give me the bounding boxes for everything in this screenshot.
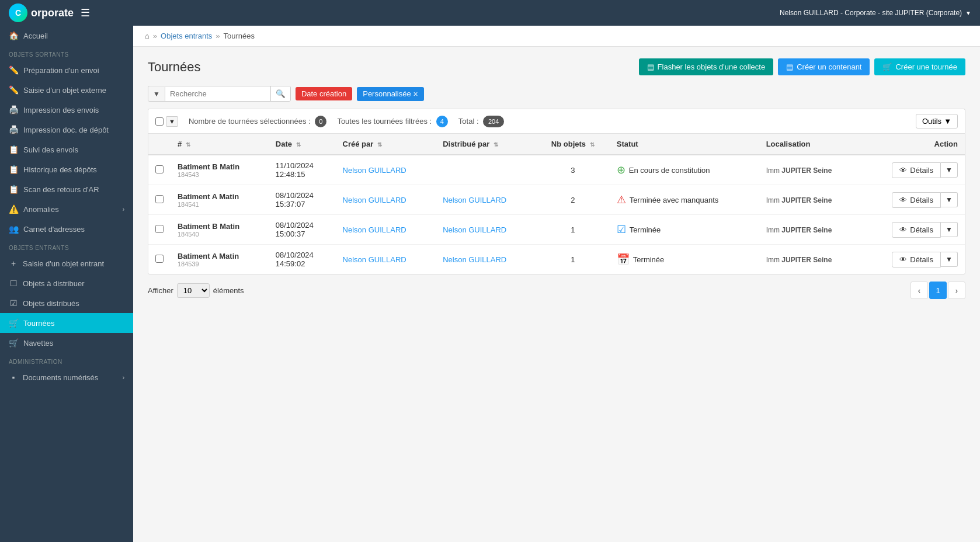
col-date[interactable]: Date ⇅	[269, 134, 336, 155]
prev-page-button[interactable]: ‹	[911, 282, 928, 299]
next-page-button[interactable]: ›	[948, 282, 965, 299]
status-red-warning-icon: ⚠	[617, 193, 626, 206]
row-cree-par-link[interactable]: Nelson GUILLARD	[343, 255, 406, 264]
row-action-wrapper: 👁 Détails ▼	[869, 252, 958, 267]
row-distribue-par-link[interactable]: Nelson GUILLARD	[443, 225, 506, 234]
row-cree-par-link[interactable]: Nelson GUILLARD	[343, 225, 406, 234]
row-distribue-par-link[interactable]: Nelson GUILLARD	[443, 255, 506, 264]
row-id-cell: Batiment B Matin 184543	[171, 155, 269, 185]
sidebar-item-label-imp-envois: Impression des envois	[23, 106, 99, 114]
row-action-wrapper: 👁 Détails ▼	[869, 222, 958, 238]
row-statut-cell: ☑ Terminée	[610, 215, 759, 245]
breadcrumb-objets-entrants[interactable]: Objets entrants	[161, 32, 212, 40]
content-area: ⌂ » Objets entrants » Tournées Tournées …	[133, 26, 980, 542]
sort-date-icon: ⇅	[296, 141, 301, 148]
sidebar-item-carnet[interactable]: 👥 Carnet d'adresses	[0, 219, 133, 239]
user-dropdown-icon[interactable]: ▼	[965, 10, 971, 16]
cart-icon-2: 🛒	[9, 338, 19, 348]
creer-contenant-button[interactable]: ▤ Créer un contenant	[778, 58, 870, 75]
page-1-button[interactable]: 1	[929, 282, 947, 299]
col-checkbox	[148, 134, 171, 155]
flasher-icon: ▤	[647, 62, 654, 71]
sidebar-item-navettes[interactable]: 🛒 Navettes	[0, 333, 133, 353]
hamburger-icon[interactable]: ☰	[81, 6, 90, 19]
search-prefix-button[interactable]: ▼	[148, 87, 165, 101]
row-date-cell: 08/10/2024 14:59:02	[269, 245, 336, 275]
filter-tag-date-creation[interactable]: Date création	[296, 87, 352, 100]
details-button[interactable]: 👁 Détails	[892, 192, 941, 208]
col-distribue-par[interactable]: Distribué par ⇅	[436, 134, 536, 155]
sidebar-item-saisie-externe[interactable]: ✏️ Saisie d'un objet externe	[0, 80, 133, 100]
row-checkbox[interactable]	[155, 255, 164, 263]
row-date-cell: 08/10/2024 15:00:37	[269, 215, 336, 245]
col-cree-par[interactable]: Créé par ⇅	[336, 134, 436, 155]
row-checkbox[interactable]	[155, 195, 164, 203]
filtered-count-badge: 4	[436, 116, 448, 127]
logo[interactable]: C orporate	[9, 4, 74, 22]
sidebar-item-label-carnet: Carnet d'adresses	[23, 225, 85, 234]
row-cree-par-link[interactable]: Nelson GUILLARD	[343, 166, 406, 175]
row-date-cell: 08/10/2024 15:37:07	[269, 185, 336, 215]
sidebar-item-objets-distribues[interactable]: ☑ Objets distribués	[0, 293, 133, 313]
details-dropdown-button[interactable]: ▼	[941, 162, 958, 178]
sidebar-item-tournees[interactable]: 🛒 Tournées	[0, 313, 133, 333]
row-date: 08/10/2024	[276, 251, 329, 259]
grid-icon: ▪️	[9, 373, 18, 382]
row-localisation-cell: Imm JUPITER Seine	[759, 215, 862, 245]
sidebar-item-anomalies[interactable]: ⚠️ Anomalies ›	[0, 199, 133, 219]
details-label: Détails	[910, 225, 933, 234]
row-checkbox[interactable]	[155, 165, 164, 173]
sidebar-item-scan[interactable]: 📋 Scan des retours d'AR	[0, 179, 133, 199]
row-checkbox[interactable]	[155, 225, 164, 233]
outils-caret-icon: ▼	[944, 117, 951, 126]
sidebar-item-accueil[interactable]: 🏠 Accueil	[0, 26, 133, 46]
sidebar-item-impression-doc[interactable]: 🖨️ Impression doc. de dépôt	[0, 120, 133, 140]
elements-label: éléments	[213, 286, 244, 295]
sidebar-item-label-histo: Historique des dépôts	[23, 165, 97, 174]
sort-distribue-icon: ⇅	[494, 141, 498, 148]
row-distribue-par-link[interactable]: Nelson GUILLARD	[443, 196, 506, 204]
selection-bar: ▼ Nombre de tournées sélectionnées : 0 T…	[148, 109, 965, 133]
search-submit-button[interactable]: 🔍	[270, 86, 290, 101]
row-action-cell: 👁 Détails ▼	[862, 215, 965, 245]
filter-tag-close-icon[interactable]: ×	[413, 89, 418, 99]
flasher-button[interactable]: ▤ Flasher les objets d'une collecte	[639, 58, 774, 75]
details-dropdown-button[interactable]: ▼	[941, 222, 958, 237]
details-button[interactable]: 👁 Détails	[892, 222, 941, 238]
details-button[interactable]: 👁 Détails	[892, 252, 941, 267]
row-localisation: Imm JUPITER Seine	[766, 256, 832, 264]
status-blue-check-icon: ☑	[617, 223, 626, 236]
tournees-table: # ⇅ Date ⇅ Créé par ⇅	[148, 134, 965, 274]
sidebar-item-label-tournees: Tournées	[23, 319, 54, 328]
per-page-dropdown[interactable]: 10 25 50 100	[177, 283, 210, 298]
filter-tag-personnalisee[interactable]: Personnalisée ×	[357, 87, 424, 101]
sidebar-item-impression-envois[interactable]: 🖨️ Impression des envois	[0, 100, 133, 120]
sidebar-item-saisie-entrant[interactable]: + Saisie d'un objet entrant	[0, 253, 133, 273]
select-all-checkbox[interactable]	[155, 117, 164, 126]
search-input[interactable]	[165, 86, 270, 101]
row-localisation: Imm JUPITER Seine	[766, 226, 832, 234]
details-button[interactable]: 👁 Détails	[892, 162, 941, 178]
sidebar-item-label-suivi: Suivi des envois	[23, 145, 78, 154]
details-dropdown-button[interactable]: ▼	[941, 252, 958, 267]
row-cree-par-link[interactable]: Nelson GUILLARD	[343, 196, 406, 204]
sidebar-item-historique[interactable]: 📋 Historique des dépôts	[0, 159, 133, 179]
details-label: Détails	[910, 255, 933, 264]
page-title: Tournées	[148, 60, 201, 75]
home-breadcrumb-icon[interactable]: ⌂	[145, 32, 150, 40]
sidebar-item-preparation-envoi[interactable]: ✏️ Préparation d'un envoi	[0, 60, 133, 80]
creer-tournee-icon: 🛒	[882, 62, 892, 71]
sidebar-item-objets-distribuer[interactable]: ☐ Objets à distribuer	[0, 273, 133, 293]
creer-tournee-button[interactable]: 🛒 Créer une tournée	[874, 58, 965, 75]
clipboard-icon-2: 📋	[9, 165, 19, 174]
sidebar-item-label-accueil: Accueil	[23, 32, 48, 40]
outils-button[interactable]: Outils ▼	[916, 114, 958, 128]
details-dropdown-button[interactable]: ▼	[941, 192, 958, 207]
col-hash[interactable]: # ⇅	[171, 134, 269, 155]
checkbox-checked-icon: ☑	[9, 298, 18, 308]
page-actions: ▤ Flasher les objets d'une collecte ▤ Cr…	[639, 58, 965, 75]
sidebar-item-documents[interactable]: ▪️ Documents numérisés ›	[0, 367, 133, 387]
select-dropdown-icon[interactable]: ▼	[166, 116, 178, 127]
col-nb-objets[interactable]: Nb objets ⇅	[536, 134, 610, 155]
sidebar-item-suivi[interactable]: 📋 Suivi des envois	[0, 140, 133, 159]
